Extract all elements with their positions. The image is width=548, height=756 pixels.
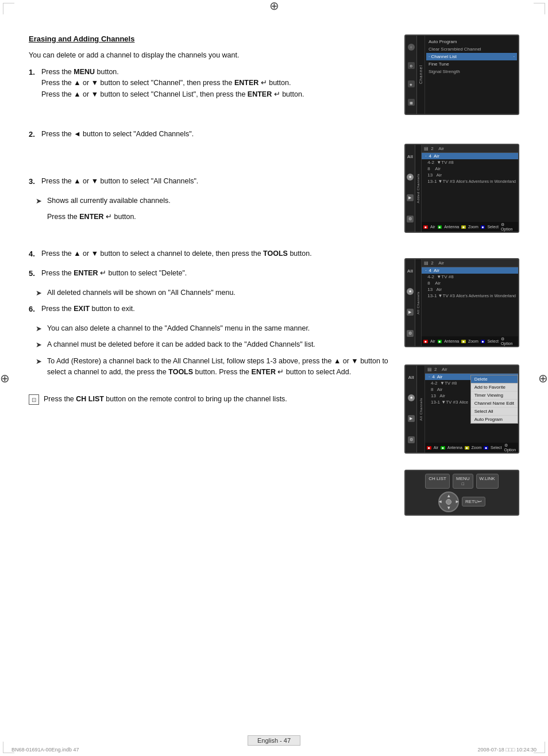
s3-btn-yellow: ■	[461, 340, 466, 343]
step-1-content: Press the MENU button. Press the ▲ or ▼ …	[41, 67, 391, 100]
s2-row-8: 8 Air	[422, 166, 518, 172]
s2-btn-red: ■	[423, 225, 428, 229]
arrow-mark-1: ➤	[36, 195, 47, 207]
arrow-mark-6: ➤	[36, 356, 47, 378]
crosshair-left: ⊕	[0, 371, 10, 385]
arrow-note-2: ➤ A channel must be deleted before it ca…	[29, 339, 391, 351]
step-3-sub-1-content: Shows all currently available channels.	[47, 195, 391, 207]
s2-toolbar: ■Air ■Antenna ■Zoom ■Select ⚙ Option	[422, 222, 518, 232]
step-4-num: 4.	[29, 248, 41, 260]
arrow-mark-3: ➤	[36, 287, 47, 299]
remote-up: ▲	[446, 493, 451, 498]
arrow-note-1: ➤ You can also delete a channel to the "…	[29, 323, 391, 335]
s3-row-13: 13 Air	[422, 286, 518, 293]
s1-icon-2: ⚙	[408, 62, 415, 69]
remote-btn-menu[interactable]: MENU□	[453, 474, 473, 489]
enter-label-5: ENTER	[252, 368, 276, 376]
arrow-note-1-content: You can also delete a channel to the "Ad…	[47, 323, 391, 335]
note-box: ⊡ Press the CH LIST button on the remote…	[29, 394, 391, 405]
arrow-note-3-content: To Add (Restore) a channel back to the A…	[47, 356, 391, 378]
s3-icon1: ★	[407, 288, 414, 295]
step-3-sub-2-content: Press the ENTER ↵ button.	[47, 212, 391, 222]
s3-row-131: 13-1 ▼TV #3 Alice's Adventures in Wonder…	[422, 293, 518, 299]
step-3-content: Press the ▲ or ▼ button to select "All C…	[41, 176, 391, 187]
s2-zoom: Zoom	[468, 225, 478, 229]
chlist-label: CH LIST	[76, 395, 104, 403]
step-5-sub-1: ➤ All deleted channels will be shown on …	[29, 287, 391, 299]
remote-lr: ◄ ►	[438, 499, 460, 505]
s4-lbl-4: Air	[437, 374, 443, 379]
step-5-sub-1-content: All deleted channels will be shown on "A…	[47, 287, 391, 299]
s1-icon-1: ○	[408, 44, 415, 51]
note-icon: ⊡	[29, 394, 39, 405]
step-3: 3. Press the ▲ or ▼ button to select "Al…	[29, 176, 391, 187]
s1-menu-chlist: · Channel List ·	[426, 53, 517, 60]
remote-menu-icon: □	[462, 482, 464, 486]
s4-all-icon: All	[408, 375, 414, 380]
s2-header-icon: ▤	[424, 146, 429, 151]
s2-channel-list: ▤2 Air ·4Air 4-2 ▼TV #8 8 Air 13 Air 13-…	[422, 145, 518, 232]
bottom-right-text: 2008-07-18 □□□ 10:24:30	[478, 747, 537, 753]
s4-num-4: 4	[432, 374, 434, 379]
step-6-num: 6.	[29, 304, 41, 315]
s1-menu-fine: Fine Tune	[426, 60, 517, 68]
s2-icon2: ▶	[407, 194, 414, 201]
tools-label: TOOLS	[263, 250, 288, 258]
exit-label: EXIT	[74, 305, 90, 313]
s3-icon3: ⚙	[407, 330, 414, 337]
s3-lbl-4: Air	[434, 268, 439, 273]
arrow-note-3: ➤ To Add (Restore) a channel back to the…	[29, 356, 391, 378]
s3-sidebar-label: All Channels	[416, 291, 420, 314]
s4-tools-delete: Delete	[471, 375, 518, 383]
s4-tools-timer: Timer Viewing	[471, 392, 518, 400]
s2-header-label: 2 Air	[431, 146, 444, 151]
s4-btn-blue: ■	[484, 446, 488, 450]
s4-btn-yellow: ■	[465, 446, 469, 450]
section-title: Erasing and Adding Channels	[29, 34, 391, 43]
remote-layout: CH LIST MENU□ W.LINK ▲ ◄ ► ▼ RETU↩	[425, 474, 498, 512]
step-4: 4. Press the ▲ or ▼ button to select a c…	[29, 248, 391, 260]
s2-antenna: Antenna	[444, 225, 459, 229]
s2-row-131: 13-1 ▼TV #3 Alice's Adventures in Wonder…	[422, 178, 518, 185]
screen1-channel-menu: ○ ⚙ ◈ ▦ Channel Auto Program Clear Scram…	[404, 34, 519, 115]
remote-btn-chlist[interactable]: CH LIST	[425, 474, 450, 489]
note-content: Press the CH LIST button on the remote c…	[44, 394, 391, 405]
arrow-note-2-content: A channel must be deleted before it can …	[47, 339, 391, 351]
remote-control: CH LIST MENU□ W.LINK ▲ ◄ ► ▼ RETU↩	[404, 470, 519, 516]
s4-sidebar-label: All Channels	[419, 398, 423, 421]
s3-btn-red: ■	[423, 340, 428, 343]
step-5: 5. Press the ENTER ↵ button to select "D…	[29, 268, 391, 279]
step-5-content: Press the ENTER ↵ button to select "Dele…	[41, 268, 391, 279]
enter-label-3: ENTER	[79, 213, 103, 221]
remote-btn-return[interactable]: RETU↩	[462, 497, 485, 506]
step-3-num: 3.	[29, 176, 41, 187]
s2-all-icon: All	[407, 154, 413, 159]
s2-desc-131: Alice's Adventures in Wonderland	[456, 179, 516, 183]
screenshots-column: ○ ⚙ ◈ ▦ Channel Auto Program Clear Scram…	[404, 34, 519, 516]
s1-menu-clear: Clear Scrambled Channel	[426, 45, 517, 53]
screen2-added-channels: All ★ ▶ ⚙ Added Channels ▤2 Air ·4Air	[404, 144, 519, 233]
remote-dpad[interactable]: ▲ ◄ ► ▼	[438, 492, 459, 512]
remote-btn-wlink[interactable]: W.LINK	[476, 474, 499, 489]
s1-icon-3: ◈	[408, 80, 415, 87]
s2-row-13: 13 Air	[422, 172, 518, 178]
remote-left: ◄	[438, 499, 442, 504]
main-content: Erasing and Adding Channels You can dele…	[29, 34, 391, 516]
s2-btn-green: ■	[438, 225, 442, 229]
s1-menu-auto: Auto Program	[426, 38, 517, 45]
s4-tools-menu: Delete Add to Favorite Timer Viewing Cha…	[470, 375, 518, 424]
crosshair-right: ⊕	[538, 371, 548, 385]
step-6-content: Press the EXIT button to exit.	[41, 304, 391, 315]
s4-tools-selectall: Select All	[471, 408, 518, 416]
step-3-sub-2: Press the ENTER ↵ button.	[29, 212, 391, 222]
s4-select: Select	[491, 446, 501, 450]
s4-header-label: 2 Air	[434, 367, 447, 372]
s3-desc-131: Alice's Adventures in Wonderland	[456, 294, 516, 298]
s3-btn-blue: ■	[481, 340, 485, 343]
s3-toolbar: ■Air ■Antenna ■Zoom ■Select ⚙ Option	[422, 336, 518, 346]
s3-row-8: 8 Air	[422, 280, 518, 286]
s2-header: ▤2 Air	[422, 145, 518, 153]
arrow-mark-4: ➤	[36, 323, 47, 335]
remote-enter-btn[interactable]	[446, 499, 451, 505]
s4-air: Air	[434, 446, 439, 450]
